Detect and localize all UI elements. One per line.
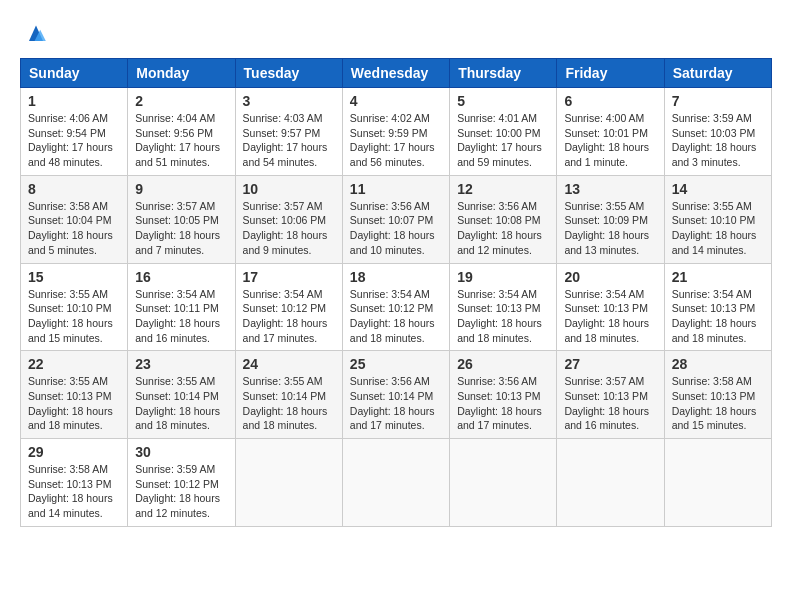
calendar-cell: 16Sunrise: 3:54 AM Sunset: 10:11 PM Dayl… <box>128 263 235 351</box>
day-number: 6 <box>564 93 656 109</box>
day-number: 8 <box>28 181 120 197</box>
day-info: Sunrise: 3:54 AM Sunset: 10:13 PM Daylig… <box>672 287 764 346</box>
calendar-cell: 5Sunrise: 4:01 AM Sunset: 10:00 PM Dayli… <box>450 88 557 176</box>
day-info: Sunrise: 4:01 AM Sunset: 10:00 PM Daylig… <box>457 111 549 170</box>
day-info: Sunrise: 3:54 AM Sunset: 10:13 PM Daylig… <box>564 287 656 346</box>
day-number: 2 <box>135 93 227 109</box>
day-number: 22 <box>28 356 120 372</box>
calendar-cell: 13Sunrise: 3:55 AM Sunset: 10:09 PM Dayl… <box>557 175 664 263</box>
logo <box>20 20 50 48</box>
day-info: Sunrise: 3:55 AM Sunset: 10:14 PM Daylig… <box>135 374 227 433</box>
day-info: Sunrise: 3:59 AM Sunset: 10:03 PM Daylig… <box>672 111 764 170</box>
day-number: 14 <box>672 181 764 197</box>
calendar-week-1: 1Sunrise: 4:06 AM Sunset: 9:54 PM Daylig… <box>21 88 772 176</box>
calendar-cell: 17Sunrise: 3:54 AM Sunset: 10:12 PM Dayl… <box>235 263 342 351</box>
calendar-cell: 27Sunrise: 3:57 AM Sunset: 10:13 PM Dayl… <box>557 351 664 439</box>
day-info: Sunrise: 3:57 AM Sunset: 10:06 PM Daylig… <box>243 199 335 258</box>
day-info: Sunrise: 3:55 AM Sunset: 10:10 PM Daylig… <box>672 199 764 258</box>
day-info: Sunrise: 3:58 AM Sunset: 10:13 PM Daylig… <box>672 374 764 433</box>
day-info: Sunrise: 4:00 AM Sunset: 10:01 PM Daylig… <box>564 111 656 170</box>
day-number: 26 <box>457 356 549 372</box>
weekday-header-sunday: Sunday <box>21 59 128 88</box>
calendar-cell: 24Sunrise: 3:55 AM Sunset: 10:14 PM Dayl… <box>235 351 342 439</box>
day-number: 15 <box>28 269 120 285</box>
day-info: Sunrise: 3:55 AM Sunset: 10:14 PM Daylig… <box>243 374 335 433</box>
day-number: 11 <box>350 181 442 197</box>
day-info: Sunrise: 4:03 AM Sunset: 9:57 PM Dayligh… <box>243 111 335 170</box>
calendar-cell: 14Sunrise: 3:55 AM Sunset: 10:10 PM Dayl… <box>664 175 771 263</box>
day-info: Sunrise: 3:54 AM Sunset: 10:12 PM Daylig… <box>350 287 442 346</box>
day-number: 10 <box>243 181 335 197</box>
day-number: 16 <box>135 269 227 285</box>
weekday-header-monday: Monday <box>128 59 235 88</box>
day-number: 4 <box>350 93 442 109</box>
calendar-cell: 9Sunrise: 3:57 AM Sunset: 10:05 PM Dayli… <box>128 175 235 263</box>
calendar-cell <box>450 439 557 527</box>
calendar-cell <box>342 439 449 527</box>
day-number: 27 <box>564 356 656 372</box>
day-number: 9 <box>135 181 227 197</box>
calendar-week-2: 8Sunrise: 3:58 AM Sunset: 10:04 PM Dayli… <box>21 175 772 263</box>
day-number: 17 <box>243 269 335 285</box>
calendar-cell: 23Sunrise: 3:55 AM Sunset: 10:14 PM Dayl… <box>128 351 235 439</box>
day-info: Sunrise: 3:57 AM Sunset: 10:05 PM Daylig… <box>135 199 227 258</box>
day-number: 24 <box>243 356 335 372</box>
day-info: Sunrise: 3:57 AM Sunset: 10:13 PM Daylig… <box>564 374 656 433</box>
logo-icon <box>22 20 50 48</box>
calendar-cell <box>235 439 342 527</box>
calendar-cell: 7Sunrise: 3:59 AM Sunset: 10:03 PM Dayli… <box>664 88 771 176</box>
weekday-header-wednesday: Wednesday <box>342 59 449 88</box>
calendar-cell: 6Sunrise: 4:00 AM Sunset: 10:01 PM Dayli… <box>557 88 664 176</box>
calendar-table: SundayMondayTuesdayWednesdayThursdayFrid… <box>20 58 772 527</box>
day-info: Sunrise: 3:54 AM Sunset: 10:11 PM Daylig… <box>135 287 227 346</box>
day-number: 28 <box>672 356 764 372</box>
calendar-cell: 11Sunrise: 3:56 AM Sunset: 10:07 PM Dayl… <box>342 175 449 263</box>
weekday-header-friday: Friday <box>557 59 664 88</box>
day-number: 12 <box>457 181 549 197</box>
day-number: 20 <box>564 269 656 285</box>
calendar-cell: 4Sunrise: 4:02 AM Sunset: 9:59 PM Daylig… <box>342 88 449 176</box>
day-number: 7 <box>672 93 764 109</box>
day-number: 19 <box>457 269 549 285</box>
day-number: 3 <box>243 93 335 109</box>
day-info: Sunrise: 4:02 AM Sunset: 9:59 PM Dayligh… <box>350 111 442 170</box>
calendar-cell: 10Sunrise: 3:57 AM Sunset: 10:06 PM Dayl… <box>235 175 342 263</box>
day-number: 13 <box>564 181 656 197</box>
calendar-cell: 30Sunrise: 3:59 AM Sunset: 10:12 PM Dayl… <box>128 439 235 527</box>
calendar-cell: 19Sunrise: 3:54 AM Sunset: 10:13 PM Dayl… <box>450 263 557 351</box>
weekday-header-saturday: Saturday <box>664 59 771 88</box>
calendar-cell: 26Sunrise: 3:56 AM Sunset: 10:13 PM Dayl… <box>450 351 557 439</box>
calendar-week-3: 15Sunrise: 3:55 AM Sunset: 10:10 PM Dayl… <box>21 263 772 351</box>
calendar-cell: 3Sunrise: 4:03 AM Sunset: 9:57 PM Daylig… <box>235 88 342 176</box>
day-info: Sunrise: 3:55 AM Sunset: 10:09 PM Daylig… <box>564 199 656 258</box>
calendar-cell: 8Sunrise: 3:58 AM Sunset: 10:04 PM Dayli… <box>21 175 128 263</box>
calendar-cell: 2Sunrise: 4:04 AM Sunset: 9:56 PM Daylig… <box>128 88 235 176</box>
calendar-body: 1Sunrise: 4:06 AM Sunset: 9:54 PM Daylig… <box>21 88 772 527</box>
calendar-cell: 1Sunrise: 4:06 AM Sunset: 9:54 PM Daylig… <box>21 88 128 176</box>
weekday-header-thursday: Thursday <box>450 59 557 88</box>
day-number: 1 <box>28 93 120 109</box>
day-info: Sunrise: 3:59 AM Sunset: 10:12 PM Daylig… <box>135 462 227 521</box>
day-number: 18 <box>350 269 442 285</box>
day-info: Sunrise: 3:55 AM Sunset: 10:13 PM Daylig… <box>28 374 120 433</box>
calendar-cell <box>557 439 664 527</box>
day-number: 5 <box>457 93 549 109</box>
day-info: Sunrise: 3:56 AM Sunset: 10:08 PM Daylig… <box>457 199 549 258</box>
calendar-cell: 12Sunrise: 3:56 AM Sunset: 10:08 PM Dayl… <box>450 175 557 263</box>
day-info: Sunrise: 3:55 AM Sunset: 10:10 PM Daylig… <box>28 287 120 346</box>
day-info: Sunrise: 3:56 AM Sunset: 10:07 PM Daylig… <box>350 199 442 258</box>
calendar-cell: 20Sunrise: 3:54 AM Sunset: 10:13 PM Dayl… <box>557 263 664 351</box>
day-number: 29 <box>28 444 120 460</box>
calendar-week-4: 22Sunrise: 3:55 AM Sunset: 10:13 PM Dayl… <box>21 351 772 439</box>
day-info: Sunrise: 3:58 AM Sunset: 10:04 PM Daylig… <box>28 199 120 258</box>
weekday-header-tuesday: Tuesday <box>235 59 342 88</box>
weekday-header-row: SundayMondayTuesdayWednesdayThursdayFrid… <box>21 59 772 88</box>
day-number: 25 <box>350 356 442 372</box>
day-number: 21 <box>672 269 764 285</box>
day-info: Sunrise: 4:04 AM Sunset: 9:56 PM Dayligh… <box>135 111 227 170</box>
calendar-cell: 28Sunrise: 3:58 AM Sunset: 10:13 PM Dayl… <box>664 351 771 439</box>
page-header <box>20 20 772 48</box>
day-info: Sunrise: 3:56 AM Sunset: 10:14 PM Daylig… <box>350 374 442 433</box>
calendar-header: SundayMondayTuesdayWednesdayThursdayFrid… <box>21 59 772 88</box>
day-info: Sunrise: 3:58 AM Sunset: 10:13 PM Daylig… <box>28 462 120 521</box>
